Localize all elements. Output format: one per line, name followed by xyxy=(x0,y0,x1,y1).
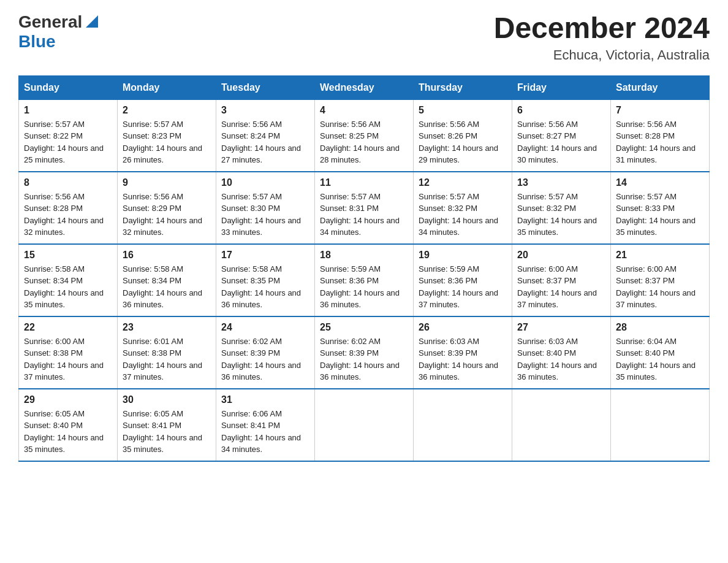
day-info: Sunrise: 5:57 AMSunset: 8:31 PMDaylight:… xyxy=(320,191,408,239)
col-wednesday: Wednesday xyxy=(315,75,414,99)
day-info: Sunrise: 6:02 AMSunset: 8:39 PMDaylight:… xyxy=(221,335,309,383)
calendar-cell: 23Sunrise: 6:01 AMSunset: 8:38 PMDayligh… xyxy=(118,316,216,389)
day-number: 11 xyxy=(320,177,408,188)
calendar-cell: 13Sunrise: 5:57 AMSunset: 8:32 PMDayligh… xyxy=(512,172,611,244)
calendar-cell: 4Sunrise: 5:56 AMSunset: 8:25 PMDaylight… xyxy=(315,99,414,172)
day-number: 23 xyxy=(123,322,211,333)
day-number: 15 xyxy=(24,250,112,261)
month-title: December 2024 xyxy=(494,12,710,45)
calendar-cell xyxy=(315,389,414,461)
calendar-week-row: 1Sunrise: 5:57 AMSunset: 8:22 PMDaylight… xyxy=(19,99,710,172)
day-number: 30 xyxy=(123,394,211,405)
calendar-cell: 27Sunrise: 6:03 AMSunset: 8:40 PMDayligh… xyxy=(512,316,611,389)
day-info: Sunrise: 6:02 AMSunset: 8:39 PMDaylight:… xyxy=(320,335,408,383)
day-info: Sunrise: 5:57 AMSunset: 8:30 PMDaylight:… xyxy=(221,191,309,239)
day-info: Sunrise: 6:00 AMSunset: 8:37 PMDaylight:… xyxy=(517,263,605,311)
calendar-table: Sunday Monday Tuesday Wednesday Thursday… xyxy=(18,75,710,462)
day-info: Sunrise: 5:57 AMSunset: 8:32 PMDaylight:… xyxy=(419,191,507,239)
day-number: 22 xyxy=(24,322,112,333)
calendar-cell: 24Sunrise: 6:02 AMSunset: 8:39 PMDayligh… xyxy=(216,316,315,389)
col-tuesday: Tuesday xyxy=(216,75,315,99)
day-number: 31 xyxy=(221,394,309,405)
day-number: 21 xyxy=(616,250,704,261)
calendar-header: Sunday Monday Tuesday Wednesday Thursday… xyxy=(19,75,710,99)
day-info: Sunrise: 5:59 AMSunset: 8:36 PMDaylight:… xyxy=(320,263,408,311)
day-number: 17 xyxy=(221,250,309,261)
day-number: 9 xyxy=(123,177,211,188)
day-info: Sunrise: 6:01 AMSunset: 8:38 PMDaylight:… xyxy=(123,335,211,383)
day-info: Sunrise: 5:57 AMSunset: 8:22 PMDaylight:… xyxy=(24,118,112,166)
calendar-cell: 22Sunrise: 6:00 AMSunset: 8:38 PMDayligh… xyxy=(19,316,118,389)
day-info: Sunrise: 5:58 AMSunset: 8:35 PMDaylight:… xyxy=(221,263,309,311)
day-info: Sunrise: 5:58 AMSunset: 8:34 PMDaylight:… xyxy=(24,263,112,311)
day-info: Sunrise: 6:00 AMSunset: 8:38 PMDaylight:… xyxy=(24,335,112,383)
day-info: Sunrise: 5:59 AMSunset: 8:36 PMDaylight:… xyxy=(419,263,507,311)
calendar-cell: 17Sunrise: 5:58 AMSunset: 8:35 PMDayligh… xyxy=(216,244,315,316)
calendar-cell xyxy=(414,389,512,461)
day-info: Sunrise: 6:00 AMSunset: 8:37 PMDaylight:… xyxy=(616,263,704,311)
day-info: Sunrise: 6:05 AMSunset: 8:40 PMDaylight:… xyxy=(24,408,112,456)
calendar-cell: 30Sunrise: 6:05 AMSunset: 8:41 PMDayligh… xyxy=(118,389,216,461)
calendar-cell: 21Sunrise: 6:00 AMSunset: 8:37 PMDayligh… xyxy=(611,244,710,316)
day-number: 14 xyxy=(616,177,704,188)
day-info: Sunrise: 5:56 AMSunset: 8:24 PMDaylight:… xyxy=(221,118,309,166)
col-saturday: Saturday xyxy=(611,75,710,99)
day-info: Sunrise: 5:56 AMSunset: 8:26 PMDaylight:… xyxy=(419,118,507,166)
day-number: 2 xyxy=(123,105,211,116)
calendar-cell: 25Sunrise: 6:02 AMSunset: 8:39 PMDayligh… xyxy=(315,316,414,389)
calendar-cell: 10Sunrise: 5:57 AMSunset: 8:30 PMDayligh… xyxy=(216,172,315,244)
col-sunday: Sunday xyxy=(19,75,118,99)
calendar-cell: 1Sunrise: 5:57 AMSunset: 8:22 PMDaylight… xyxy=(19,99,118,172)
col-monday: Monday xyxy=(118,75,216,99)
calendar-cell: 12Sunrise: 5:57 AMSunset: 8:32 PMDayligh… xyxy=(414,172,512,244)
day-info: Sunrise: 5:56 AMSunset: 8:27 PMDaylight:… xyxy=(517,118,605,166)
day-info: Sunrise: 5:57 AMSunset: 8:32 PMDaylight:… xyxy=(517,191,605,239)
calendar-cell: 6Sunrise: 5:56 AMSunset: 8:27 PMDaylight… xyxy=(512,99,611,172)
day-number: 5 xyxy=(419,105,507,116)
day-info: Sunrise: 6:05 AMSunset: 8:41 PMDaylight:… xyxy=(123,408,211,456)
calendar-cell: 28Sunrise: 6:04 AMSunset: 8:40 PMDayligh… xyxy=(611,316,710,389)
day-number: 10 xyxy=(221,177,309,188)
day-number: 29 xyxy=(24,394,112,405)
day-info: Sunrise: 5:56 AMSunset: 8:25 PMDaylight:… xyxy=(320,118,408,166)
day-number: 12 xyxy=(419,177,507,188)
calendar-cell: 2Sunrise: 5:57 AMSunset: 8:23 PMDaylight… xyxy=(118,99,216,172)
day-info: Sunrise: 6:06 AMSunset: 8:41 PMDaylight:… xyxy=(221,408,309,456)
logo-triangle-icon xyxy=(83,13,100,30)
location-subtitle: Echuca, Victoria, Australia xyxy=(494,47,710,63)
day-number: 6 xyxy=(517,105,605,116)
day-info: Sunrise: 6:03 AMSunset: 8:39 PMDaylight:… xyxy=(419,335,507,383)
day-info: Sunrise: 6:03 AMSunset: 8:40 PMDaylight:… xyxy=(517,335,605,383)
logo-blue-text: Blue xyxy=(18,32,56,51)
calendar-cell: 7Sunrise: 5:56 AMSunset: 8:28 PMDaylight… xyxy=(611,99,710,172)
calendar-cell xyxy=(611,389,710,461)
header-row: Sunday Monday Tuesday Wednesday Thursday… xyxy=(19,75,710,99)
calendar-cell: 9Sunrise: 5:56 AMSunset: 8:29 PMDaylight… xyxy=(118,172,216,244)
svg-marker-0 xyxy=(86,15,98,28)
calendar-week-row: 15Sunrise: 5:58 AMSunset: 8:34 PMDayligh… xyxy=(19,244,710,316)
day-number: 16 xyxy=(123,250,211,261)
day-info: Sunrise: 5:56 AMSunset: 8:29 PMDaylight:… xyxy=(123,191,211,239)
calendar-cell xyxy=(512,389,611,461)
day-info: Sunrise: 5:56 AMSunset: 8:28 PMDaylight:… xyxy=(24,191,112,239)
page-header: General Blue December 2024 Echuca, Victo… xyxy=(18,12,710,63)
day-number: 4 xyxy=(320,105,408,116)
calendar-cell: 26Sunrise: 6:03 AMSunset: 8:39 PMDayligh… xyxy=(414,316,512,389)
day-number: 20 xyxy=(517,250,605,261)
calendar-cell: 19Sunrise: 5:59 AMSunset: 8:36 PMDayligh… xyxy=(414,244,512,316)
calendar-week-row: 8Sunrise: 5:56 AMSunset: 8:28 PMDaylight… xyxy=(19,172,710,244)
calendar-cell: 11Sunrise: 5:57 AMSunset: 8:31 PMDayligh… xyxy=(315,172,414,244)
calendar-cell: 15Sunrise: 5:58 AMSunset: 8:34 PMDayligh… xyxy=(19,244,118,316)
calendar-cell: 16Sunrise: 5:58 AMSunset: 8:34 PMDayligh… xyxy=(118,244,216,316)
col-friday: Friday xyxy=(512,75,611,99)
calendar-cell: 8Sunrise: 5:56 AMSunset: 8:28 PMDaylight… xyxy=(19,172,118,244)
calendar-cell: 20Sunrise: 6:00 AMSunset: 8:37 PMDayligh… xyxy=(512,244,611,316)
day-number: 27 xyxy=(517,322,605,333)
calendar-week-row: 29Sunrise: 6:05 AMSunset: 8:40 PMDayligh… xyxy=(19,389,710,461)
day-number: 8 xyxy=(24,177,112,188)
day-number: 26 xyxy=(419,322,507,333)
calendar-cell: 31Sunrise: 6:06 AMSunset: 8:41 PMDayligh… xyxy=(216,389,315,461)
day-number: 7 xyxy=(616,105,704,116)
title-block: December 2024 Echuca, Victoria, Australi… xyxy=(494,12,710,63)
calendar-cell: 18Sunrise: 5:59 AMSunset: 8:36 PMDayligh… xyxy=(315,244,414,316)
